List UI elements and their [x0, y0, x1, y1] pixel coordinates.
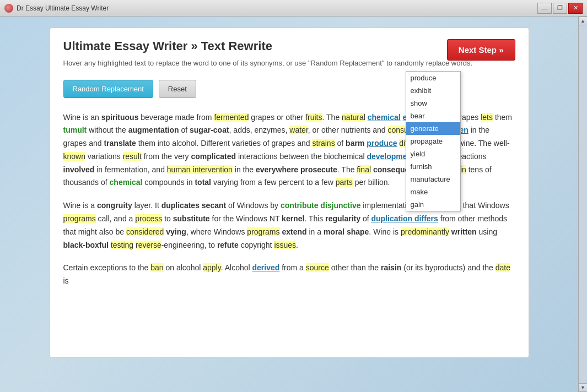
close-button[interactable]: ✕	[568, 3, 583, 14]
word-human-intervention[interactable]: human intervention	[167, 165, 233, 174]
random-replacement-button[interactable]: Random Replacement	[63, 80, 153, 98]
word-tumult[interactable]: tumult	[63, 126, 87, 134]
word-substitute[interactable]: substitute	[173, 214, 210, 223]
dropdown-item-manufacture[interactable]: manufacture	[406, 173, 460, 186]
word-testing[interactable]: testing	[111, 241, 133, 249]
word-congruity[interactable]: congruity	[97, 201, 132, 210]
word-result[interactable]: result	[123, 152, 142, 161]
word-duplication-differs[interactable]: duplication differs	[371, 214, 438, 223]
title-bar: Dr Essay Ultimate Essay Writer — ❐ ✕	[0, 0, 587, 17]
word-kernel[interactable]: kernel	[282, 214, 304, 223]
word-derived[interactable]: derived	[252, 263, 280, 272]
minimize-button[interactable]: —	[537, 3, 552, 14]
dropdown-item-propagate[interactable]: propagate	[406, 135, 460, 148]
window-body: Next Step » Ultimate Essay Writer » Text…	[0, 17, 587, 392]
word-reverse[interactable]: reverse	[136, 241, 161, 249]
word-everywhere-prosecute[interactable]: everywhere prosecute	[256, 165, 337, 174]
synonym-dropdown[interactable]: produce exhibit show bear generate propa…	[406, 71, 461, 211]
word-duplicates-secant[interactable]: duplicates secant	[161, 201, 227, 210]
word-sugarcoat[interactable]: sugar-coat	[190, 126, 229, 134]
word-barm[interactable]: barm	[346, 139, 364, 148]
app-icon	[4, 4, 13, 13]
word-parts[interactable]: parts	[336, 178, 353, 187]
word-complicated[interactable]: complicated	[191, 152, 236, 161]
essay-para-3: Certain exceptions to the ban on alcohol…	[63, 262, 515, 288]
next-step-button[interactable]: Next Step »	[447, 39, 515, 61]
title-bar-controls: — ❐ ✕	[537, 3, 583, 14]
dropdown-item-generate[interactable]: generate	[406, 122, 460, 135]
word-contribute-disjunctive[interactable]: contribute disjunctive	[281, 201, 360, 210]
dropdown-item-bear[interactable]: bear	[406, 110, 460, 122]
word-final[interactable]: final	[357, 165, 371, 174]
word-refute[interactable]: refute	[217, 241, 239, 249]
title-bar-text: Dr Essay Ultimate Essay Writer	[17, 4, 109, 12]
dropdown-item-furnish[interactable]: furnish	[406, 160, 460, 173]
word-translate[interactable]: translate	[104, 139, 136, 148]
word-total[interactable]: total	[195, 178, 211, 187]
word-vying[interactable]: vying	[166, 227, 186, 236]
scrollbar: ▲ ▼	[578, 17, 587, 392]
word-produce[interactable]: produce	[367, 139, 397, 148]
word-predominantly[interactable]: predominantly	[401, 227, 449, 236]
word-involved[interactable]: involved	[63, 165, 95, 174]
word-chemical[interactable]: chemical	[110, 178, 143, 187]
scroll-up-arrow[interactable]: ▲	[579, 17, 588, 25]
dropdown-item-yield[interactable]: yield	[406, 148, 460, 160]
word-process[interactable]: process	[135, 214, 162, 223]
word-known[interactable]: known	[63, 152, 85, 161]
word-strains[interactable]: strains	[312, 139, 335, 148]
word-moral-shape[interactable]: moral shape	[324, 227, 369, 236]
word-natural[interactable]: natural	[342, 113, 365, 122]
word-spirituous[interactable]: spirituous	[101, 113, 139, 122]
main-panel: Next Step » Ultimate Essay Writer » Text…	[50, 28, 529, 358]
word-extend[interactable]: extend	[282, 227, 306, 236]
word-written[interactable]: written	[451, 227, 477, 236]
dropdown-item-gain[interactable]: gain	[406, 198, 460, 211]
word-water[interactable]: water	[289, 126, 308, 134]
restore-button[interactable]: ❐	[553, 3, 567, 14]
word-raisin[interactable]: raisin	[381, 263, 401, 272]
scrollbar-track[interactable]	[579, 25, 587, 383]
content-area: Next Step » Ultimate Essay Writer » Text…	[0, 17, 578, 392]
word-regularity[interactable]: regularity	[325, 214, 360, 223]
word-issues[interactable]: issues	[274, 241, 296, 249]
word-apply[interactable]: apply	[203, 263, 220, 272]
word-fruits[interactable]: fruits	[305, 113, 322, 122]
scroll-down-arrow[interactable]: ▼	[579, 383, 588, 392]
word-date[interactable]: date	[496, 263, 510, 272]
reset-button[interactable]: Reset	[159, 80, 196, 98]
word-lets[interactable]: lets	[481, 113, 493, 122]
word-ban[interactable]: ban	[150, 263, 163, 272]
dropdown-item-produce[interactable]: produce	[406, 72, 460, 84]
word-black-boxful[interactable]: black-boxful	[63, 241, 109, 249]
word-fermented[interactable]: fermented	[214, 113, 249, 122]
word-considered[interactable]: considered	[126, 227, 164, 236]
word-programs[interactable]: programs	[63, 214, 96, 223]
word-chemical[interactable]: chemical	[368, 113, 401, 122]
word-source[interactable]: source	[306, 263, 329, 272]
title-bar-left: Dr Essay Ultimate Essay Writer	[4, 4, 109, 13]
word-programs2[interactable]: programs	[247, 227, 279, 236]
dropdown-item-show[interactable]: show	[406, 97, 460, 110]
dropdown-item-exhibit[interactable]: exhibit	[406, 84, 460, 97]
word-augmentation[interactable]: augmentation	[128, 126, 179, 134]
dropdown-item-make[interactable]: make	[406, 186, 460, 198]
